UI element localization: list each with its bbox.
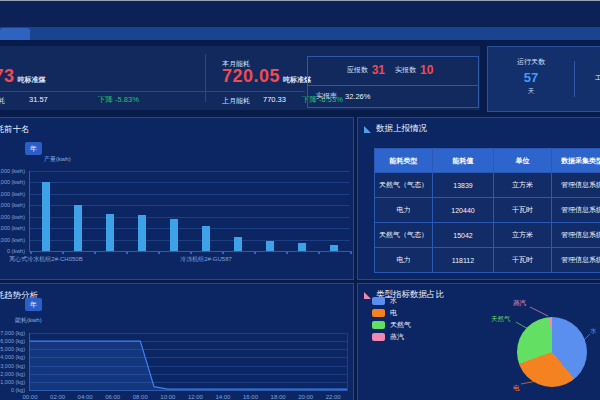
table-cell: 立方米 (494, 223, 551, 247)
panel-title-data-report: 数据上报情况 (376, 123, 427, 135)
running-days: 运行天数 57 天 (492, 57, 570, 96)
table-header-cell: 数据采集类型 (552, 149, 600, 172)
actual-reports-value: 10 (420, 63, 433, 77)
panel-data-report: 数据上报情况 能耗类型能耗值单位数据采集类型天然气（气态）13839立方米管理信… (357, 117, 600, 280)
bar (202, 226, 210, 251)
line-axis-title: 能耗(kwh) (15, 316, 42, 325)
y-axis-label: 7,000 (kg) (0, 330, 25, 336)
x-axis-label: 02:00 (50, 394, 65, 400)
y-axis-label: 2,000 (kwh) (0, 225, 25, 231)
y-axis-label: 3,000 (kg) (0, 363, 25, 369)
table-header-cell: 能耗类型 (375, 149, 432, 172)
x-axis-label: 14:00 (215, 394, 230, 400)
y-axis-label: 5,000 (kg) (0, 346, 25, 352)
bar (42, 182, 50, 251)
lastmonth-energy-label: 上月能耗 (222, 96, 250, 106)
stats-divider (205, 54, 206, 102)
clipped-next-stat: 工 (595, 73, 600, 83)
report-rate-label: 实报率 (316, 91, 337, 101)
pie-leader-lines (358, 284, 600, 400)
x-axis-tick (318, 251, 320, 254)
gridline (30, 194, 350, 195)
actual-reports-label: 实报数 (395, 65, 416, 75)
x-axis-tick (350, 251, 352, 254)
running-days-value: 57 (492, 70, 570, 85)
nav-tab[interactable] (0, 28, 30, 40)
line-chart[interactable]: 7,000 (kg)6,000 (kg)5,000 (kg)4,000 (kg)… (29, 333, 348, 391)
today-energy-number: 29.73 (0, 66, 15, 87)
x-axis-tick (286, 251, 288, 254)
bar (330, 245, 338, 251)
running-days-label: 运行天数 (492, 57, 570, 67)
panel-type-ratio: 类型指标数据占比 水电天然气蒸汽 水电天然气蒸汽 (357, 283, 600, 400)
x-axis-label: 22:00 (326, 394, 341, 400)
x-axis-tick (62, 251, 64, 254)
table-cell: 管理信息系统 (552, 198, 600, 222)
x-axis-label: 冷冻机组2#-GU587 (180, 255, 232, 264)
table-cell: 电力 (375, 248, 432, 272)
lastmonth-energy-value: 770.33 (263, 95, 286, 104)
y-axis-label: 1,000 (kg) (0, 379, 25, 385)
x-axis-label: 00:00 (22, 394, 37, 400)
table-cell: 15042 (433, 223, 493, 247)
report-box-divider (308, 85, 478, 86)
y-axis-label: 7,000 (kwh) (0, 168, 25, 174)
expected-reports-value: 31 (372, 63, 385, 77)
bar (74, 205, 82, 251)
report-rate-value: 32.26% (345, 92, 370, 101)
period-year-button[interactable]: 年 (25, 298, 42, 311)
y-axis-label: 6,000 (kg) (0, 338, 25, 344)
table-cell: 管理信息系统 (552, 173, 600, 197)
table-header-cell: 单位 (494, 149, 551, 172)
today-energy-value: 29.73 吨标准煤 (0, 66, 46, 87)
x-axis-tick (190, 251, 192, 254)
x-axis-label: 04:00 (78, 394, 93, 400)
y-axis-label: 6,000 (kwh) (0, 179, 25, 185)
x-axis-label: 06:00 (105, 394, 120, 400)
y-axis-label: 4,000 (kg) (0, 354, 25, 360)
report-rate: 实报率 32.26% (316, 91, 370, 101)
x-axis-tick (222, 251, 224, 254)
panel-energy-trend: 能耗趋势分析 年 能耗(kwh) 7,000 (kg)6,000 (kg)5,0… (0, 283, 354, 400)
bar (266, 241, 274, 251)
table-cell: 千瓦时 (494, 198, 551, 222)
x-axis-tick (126, 251, 128, 254)
yesterday-energy-value: 31.57 (29, 95, 48, 104)
top-bar (0, 1, 600, 27)
x-axis-tick (158, 251, 160, 254)
running-days-card: 运行天数 57 天 工 (487, 46, 600, 112)
table-cell: 管理信息系统 (552, 223, 600, 247)
table-cell: 管理信息系统 (552, 248, 600, 272)
month-energy-value: 720.05 吨标准煤 (222, 66, 311, 87)
table-cell: 天然气（气态） (375, 223, 432, 247)
bar-axis-title: 产量(kwh) (44, 155, 71, 164)
bar-chart[interactable]: 7,000 (kwh)6,000 (kwh)5,000 (kwh)4,000 (… (29, 171, 350, 252)
x-axis-label: 18:00 (271, 394, 286, 400)
y-axis-label: 4,000 (kwh) (0, 202, 25, 208)
today-trend: 下降 -5.83% (98, 95, 139, 105)
expected-reports-label: 应报数 (347, 65, 368, 75)
table-cell: 立方米 (494, 173, 551, 197)
x-axis-tick (94, 251, 96, 254)
y-axis-label: 0 (kwh) (0, 248, 25, 254)
running-days-unit: 天 (492, 87, 570, 96)
table-cell: 120440 (433, 198, 493, 222)
x-axis-label: 12:00 (188, 394, 203, 400)
x-axis-label: 08:00 (133, 394, 148, 400)
table-cell: 天然气（气态） (375, 173, 432, 197)
bar (234, 237, 242, 251)
triangle-icon (364, 126, 371, 133)
today-energy-unit: 吨标准煤 (18, 75, 46, 85)
bar (298, 243, 306, 251)
y-axis-label: 0 (kg) (0, 387, 25, 393)
trend-line (30, 333, 347, 390)
y-axis-label: 2,000 (kg) (0, 371, 25, 377)
bar (106, 214, 114, 251)
bar (138, 215, 146, 251)
bar (170, 219, 178, 251)
y-axis-label: 5,000 (kwh) (0, 191, 25, 197)
period-year-button[interactable]: 年 (25, 142, 42, 155)
x-axis-label: 10:00 (160, 394, 175, 400)
x-axis-tick (30, 251, 32, 254)
x-axis-label: 16:00 (243, 394, 258, 400)
